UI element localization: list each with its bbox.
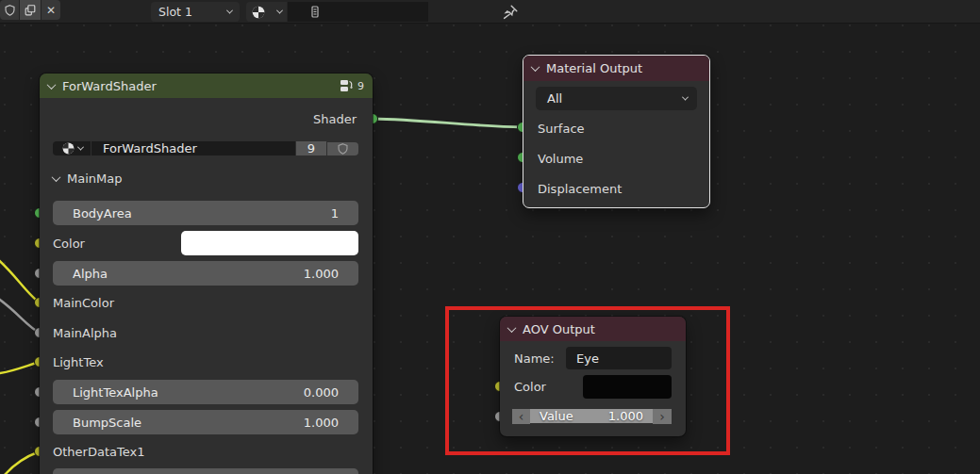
slider-value: 1.000	[608, 409, 643, 423]
color-label: Color	[53, 231, 85, 255]
input-surface: Surface	[538, 118, 585, 139]
color-swatch-white[interactable]	[181, 231, 358, 255]
input-otherdatatex1: OtherDataTex1	[53, 442, 144, 461]
material-name-value: ForWardShader	[103, 141, 197, 155]
slider-label: BodyArea	[73, 206, 132, 221]
pin-icon	[502, 4, 519, 21]
x-icon: ✕	[46, 5, 56, 16]
material-sphere-icon	[251, 5, 266, 20]
node-material-output[interactable]: Material Output All Surface Volume Displ…	[523, 55, 710, 208]
slider-alpha[interactable]: Alpha 1.000	[53, 261, 358, 286]
slider-label: Alpha	[73, 267, 108, 281]
node-forwardshader-header[interactable]: ForWardShader 9	[40, 74, 373, 98]
node-forwardshader[interactable]: ForWardShader 9 Shader	[40, 74, 373, 474]
browse-material-button[interactable]	[53, 141, 91, 155]
aov-name-input[interactable]: Eye	[566, 347, 672, 369]
aov-name-value: Eye	[576, 351, 599, 366]
wire-shader-to-surface	[373, 119, 523, 127]
target-dropdown-value: All	[547, 91, 562, 106]
shield-icon	[337, 142, 349, 155]
node-aov-output[interactable]: AOV Output Name: Eye Color ‹ Value 1.000…	[500, 317, 686, 436]
material-selector: ForWardShader 9	[53, 137, 358, 160]
slot-dropdown-value: Slot 1	[158, 5, 192, 19]
output-label: Shader	[313, 112, 357, 126]
id-name-icon	[308, 5, 322, 19]
header-bar: Slot 1	[0, 0, 980, 24]
collapse-chevron-icon[interactable]	[47, 80, 57, 90]
node-material-output-header[interactable]: Material Output	[523, 56, 709, 81]
users-count: 9	[357, 80, 364, 92]
color-label: Color	[514, 375, 546, 399]
target-dropdown[interactable]: All	[536, 87, 697, 110]
section-label: MainMap	[67, 172, 122, 186]
input-mainalpha: MainAlpha	[53, 323, 117, 342]
slider-value: 1	[331, 206, 339, 221]
node-aov-output-header[interactable]: AOV Output	[500, 317, 686, 341]
slider-increase-arrow[interactable]: ›	[653, 409, 672, 424]
node-title: ForWardShader	[62, 79, 332, 93]
collapse-chevron-icon[interactable]	[507, 323, 517, 333]
slider-value: 1.000	[304, 416, 339, 430]
copy-icon	[24, 4, 37, 17]
node-title: Material Output	[546, 61, 701, 75]
browse-material-button[interactable]	[246, 2, 287, 22]
slider-decrease-arrow[interactable]: ‹	[512, 409, 530, 424]
node-title: AOV Output	[523, 322, 677, 336]
node-group-icon	[340, 78, 356, 94]
slot-dropdown[interactable]: Slot 1	[151, 2, 240, 22]
chevron-down-icon	[276, 8, 283, 14]
slider-body: Value 1.000	[530, 409, 653, 423]
wire-otherdatatex	[1, 451, 40, 474]
unlink-material-button[interactable]: ✕	[42, 0, 60, 20]
slider-bodyarea[interactable]: BodyArea 1	[53, 201, 358, 225]
wire-maincolor	[0, 256, 40, 302]
slider-partial[interactable]	[53, 468, 358, 474]
chevron-down-icon	[226, 8, 233, 14]
slider-label: BumpScale	[73, 416, 141, 430]
slider-value: 1.000	[304, 267, 339, 281]
chevron-down-icon	[682, 94, 689, 101]
collapse-chevron-icon[interactable]	[52, 172, 61, 182]
new-material-button[interactable]	[20, 0, 41, 20]
shader-editor-canvas[interactable]: Slot 1	[0, 0, 980, 474]
name-label: Name:	[514, 347, 555, 369]
chevron-down-icon	[76, 144, 83, 151]
fake-user-button[interactable]	[327, 142, 358, 155]
users-count-badge: 9	[340, 78, 364, 94]
users-count: 9	[307, 141, 315, 155]
shield-icon	[4, 4, 16, 17]
material-name-input[interactable]	[288, 2, 428, 22]
input-displacement: Displacement	[538, 178, 622, 199]
users-count-button[interactable]: 9	[296, 141, 326, 155]
slider-lighttexalpha[interactable]: LightTexAlpha 0.000	[53, 380, 358, 404]
color-swatch-black[interactable]	[583, 375, 672, 399]
collapse-chevron-icon[interactable]	[531, 62, 540, 72]
slider-value: 0.000	[304, 385, 339, 400]
slider-label: Value	[540, 409, 573, 423]
output-row-shader: Shader	[313, 106, 357, 131]
material-sphere-icon	[61, 141, 75, 155]
slider-bumpscale[interactable]: BumpScale 1.000	[53, 410, 358, 434]
material-datablock-buttons: ✕	[0, 0, 980, 20]
value-slider[interactable]: ‹ Value 1.000 ›	[512, 404, 672, 428]
section-mainmap[interactable]: MainMap	[53, 171, 122, 186]
material-name-input[interactable]: ForWardShader	[91, 141, 295, 155]
pin-button[interactable]	[502, 3, 521, 21]
slider-label: LightTexAlpha	[73, 385, 158, 400]
input-maincolor: MainColor	[53, 293, 114, 312]
input-lighttex: LightTex	[53, 352, 104, 371]
fake-user-button[interactable]	[0, 0, 19, 20]
input-volume: Volume	[538, 148, 583, 169]
